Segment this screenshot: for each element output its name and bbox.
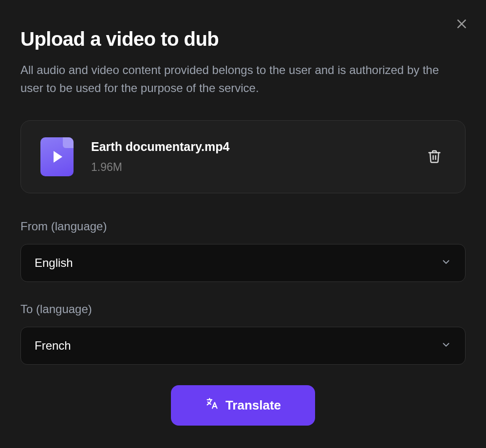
- action-row: Translate: [20, 385, 466, 426]
- uploaded-file-card: Earth documentary.mp4 1.96M: [20, 120, 466, 193]
- file-meta: Earth documentary.mp4 1.96M: [91, 140, 406, 174]
- close-button[interactable]: [452, 15, 471, 34]
- from-language-select[interactable]: English: [20, 244, 466, 282]
- from-language-value: English: [35, 256, 73, 270]
- to-language-value: French: [35, 339, 71, 353]
- modal-subtitle: All audio and video content provided bel…: [20, 61, 459, 97]
- upload-video-dub-modal: Upload a video to dub All audio and vide…: [0, 0, 486, 448]
- delete-file-button[interactable]: [423, 145, 446, 169]
- to-language-field: To (language) French: [20, 302, 466, 365]
- modal-title: Upload a video to dub: [20, 28, 466, 50]
- trash-icon: [427, 149, 442, 165]
- chevron-down-icon: [441, 339, 451, 352]
- from-language-field: From (language) English: [20, 220, 466, 282]
- close-icon: [455, 18, 468, 32]
- file-name: Earth documentary.mp4: [91, 140, 406, 154]
- chevron-down-icon: [441, 257, 451, 269]
- to-language-label: To (language): [20, 302, 466, 316]
- translate-icon: [205, 397, 219, 414]
- file-size: 1.96M: [91, 161, 406, 174]
- video-file-icon: [40, 137, 74, 176]
- translate-button[interactable]: Translate: [171, 385, 315, 426]
- from-language-label: From (language): [20, 220, 466, 233]
- to-language-select[interactable]: French: [20, 327, 466, 365]
- translate-button-label: Translate: [225, 398, 281, 413]
